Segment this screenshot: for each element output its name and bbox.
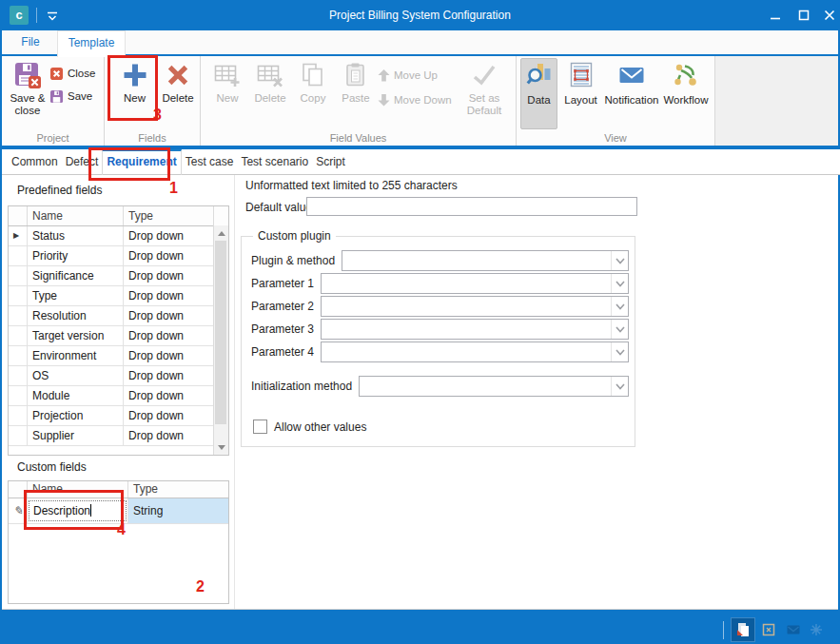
table-row[interactable]: Resolution Drop down bbox=[9, 306, 228, 326]
save-label: Save bbox=[68, 90, 92, 102]
data-view-icon bbox=[735, 622, 752, 638]
delete-value-label: Delete bbox=[249, 92, 291, 105]
close-project-label: Close bbox=[68, 68, 95, 79]
move-up-button[interactable]: Move Up bbox=[378, 66, 438, 85]
copy-label: Copy bbox=[292, 92, 334, 105]
view-workflow-button[interactable]: Workflow bbox=[661, 58, 711, 128]
view-workflow-label: Workflow bbox=[661, 94, 711, 106]
allow-other-values-row: Allow other values bbox=[253, 420, 366, 434]
view-notification-button[interactable]: Notification bbox=[604, 58, 659, 128]
table-row[interactable]: Module Drop down bbox=[9, 386, 228, 406]
table-scrollbar[interactable] bbox=[213, 225, 228, 455]
minimize-button[interactable] bbox=[763, 0, 788, 30]
custom-plugin-group-title: Custom plugin bbox=[253, 229, 336, 243]
combobox-dropdown-button[interactable] bbox=[611, 320, 628, 339]
table-row[interactable]: Supplier Drop down bbox=[9, 426, 228, 446]
statusbar-layout-view-button[interactable] bbox=[757, 618, 780, 641]
maximize-icon bbox=[798, 10, 810, 21]
header-indicator-cell bbox=[9, 206, 28, 225]
field-label: Initialization method bbox=[251, 380, 352, 393]
new-value-button[interactable]: New bbox=[206, 58, 248, 105]
annotation-box-new-button bbox=[107, 55, 158, 121]
cell-type: Drop down bbox=[124, 386, 213, 405]
combobox-dropdown-button[interactable] bbox=[611, 274, 628, 293]
delete-value-button[interactable]: Delete bbox=[249, 58, 291, 105]
save-button[interactable]: Save bbox=[49, 87, 92, 106]
predefined-col-type[interactable]: Type bbox=[124, 206, 214, 225]
paste-button[interactable]: Paste bbox=[335, 58, 377, 105]
table-row[interactable]: ▶ Status Drop down bbox=[9, 226, 228, 246]
copy-button[interactable]: Copy bbox=[292, 58, 334, 105]
field-type-hint: Unformatted text limited to 255 characte… bbox=[245, 179, 458, 192]
cell-type: Drop down bbox=[124, 346, 213, 365]
combobox-dropdown-button[interactable] bbox=[611, 377, 628, 396]
view-data-button[interactable]: Data bbox=[520, 58, 557, 129]
table-row[interactable]: Target version Drop down bbox=[9, 326, 228, 346]
fields-group-label: Fields bbox=[105, 132, 200, 144]
move-down-button[interactable]: Move Down bbox=[378, 90, 452, 109]
cell-name: Projection bbox=[28, 406, 124, 425]
table-row[interactable]: OS Drop down bbox=[9, 366, 228, 386]
scrollbar-thumb[interactable] bbox=[215, 241, 226, 424]
row-indicator bbox=[9, 366, 28, 385]
combobox[interactable] bbox=[321, 273, 629, 294]
combo-field-row: Parameter 2 bbox=[251, 297, 629, 316]
save-close-icon bbox=[6, 58, 49, 92]
close-icon bbox=[824, 10, 835, 21]
statusbar-notification-view-button[interactable] bbox=[782, 618, 805, 641]
chevron-down-icon bbox=[615, 383, 625, 390]
table-row[interactable]: Environment Drop down bbox=[9, 346, 228, 366]
close-window-button[interactable] bbox=[817, 0, 840, 30]
cell-type: Drop down bbox=[124, 326, 213, 345]
table-row[interactable]: Projection Drop down bbox=[9, 406, 228, 426]
combobox[interactable] bbox=[321, 319, 629, 340]
maximize-button[interactable] bbox=[791, 0, 816, 30]
combobox[interactable] bbox=[321, 296, 629, 317]
annotation-number-1: 1 bbox=[169, 180, 178, 197]
field-label: Parameter 2 bbox=[251, 300, 314, 313]
workflow-view-icon bbox=[673, 62, 699, 88]
combobox-dropdown-button[interactable] bbox=[611, 342, 628, 361]
combobox[interactable] bbox=[359, 376, 629, 397]
statusbar-data-view-button[interactable] bbox=[731, 617, 755, 642]
tab-test-case[interactable]: Test case bbox=[182, 149, 238, 174]
combobox[interactable] bbox=[342, 250, 629, 271]
predefined-col-name[interactable]: Name bbox=[28, 206, 124, 225]
annotation-number-3: 3 bbox=[153, 107, 162, 124]
ribbon-tab-file[interactable]: File bbox=[10, 30, 51, 54]
combobox[interactable] bbox=[321, 342, 629, 362]
delete-field-label: Delete bbox=[158, 92, 198, 105]
predefined-fields-table: Name Type ▶ Status Drop down Priority Dr… bbox=[8, 205, 229, 456]
cell-type: Drop down bbox=[124, 426, 213, 445]
allow-other-values-checkbox[interactable] bbox=[253, 420, 267, 434]
new-value-label: New bbox=[206, 92, 248, 105]
combobox-dropdown-button[interactable] bbox=[611, 297, 628, 316]
tab-script[interactable]: Script bbox=[312, 149, 349, 174]
tab-common[interactable]: Common bbox=[8, 149, 62, 174]
save-and-close-label: Save & close bbox=[6, 92, 49, 117]
view-data-label: Data bbox=[521, 94, 557, 106]
chevron-down-icon bbox=[615, 258, 625, 264]
ribbon-tab-template[interactable]: Template bbox=[57, 30, 126, 57]
save-and-close-button[interactable]: Save & close bbox=[6, 58, 49, 117]
type-cell-selected[interactable]: String bbox=[128, 498, 228, 523]
cell-type: Drop down bbox=[124, 366, 213, 385]
default-value-input[interactable] bbox=[306, 197, 637, 216]
field-label: Parameter 1 bbox=[251, 277, 314, 290]
predefined-rows: ▶ Status Drop down Priority Drop down Si… bbox=[9, 226, 228, 446]
delete-field-button[interactable]: Delete bbox=[158, 58, 198, 105]
table-row[interactable]: Type Drop down bbox=[9, 286, 228, 306]
set-as-default-button[interactable]: Set as Default bbox=[459, 58, 509, 117]
custom-col-type[interactable]: Type bbox=[128, 481, 228, 498]
table-row[interactable]: Priority Drop down bbox=[9, 246, 228, 266]
view-layout-button[interactable]: Layout bbox=[559, 58, 602, 128]
close-project-button[interactable]: Close bbox=[49, 64, 95, 83]
field-label: Parameter 3 bbox=[251, 322, 314, 336]
edit-pencil-icon: ✎ bbox=[13, 504, 23, 517]
tab-test-scenario[interactable]: Test scenario bbox=[237, 149, 312, 174]
scroll-down-icon[interactable] bbox=[214, 439, 228, 455]
table-row[interactable]: Significance Drop down bbox=[9, 266, 228, 286]
scroll-up-icon[interactable] bbox=[214, 225, 228, 241]
statusbar-workflow-view-button[interactable] bbox=[805, 618, 828, 641]
combobox-dropdown-button[interactable] bbox=[611, 251, 628, 270]
